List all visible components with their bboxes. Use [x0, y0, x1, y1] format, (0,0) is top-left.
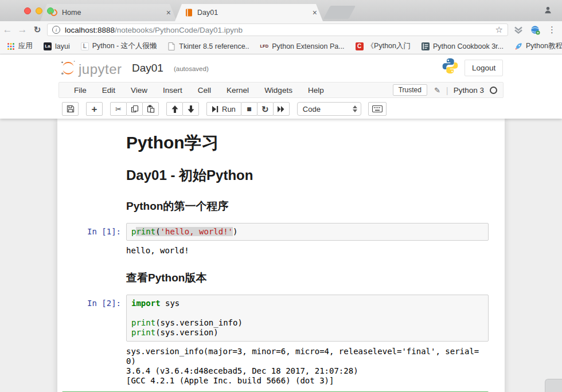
- jupyter-spinner-icon: [49, 8, 59, 18]
- cell-type-value: Code: [303, 105, 353, 113]
- arrow-up-icon: [171, 105, 178, 113]
- kernel-name: Python 3: [454, 86, 484, 95]
- input-prompt: In [1]:: [65, 223, 126, 241]
- input-prompt: In [2]:: [65, 295, 126, 342]
- page-info-icon[interactable]: i: [52, 26, 60, 34]
- select-arrows-icon: [353, 105, 357, 112]
- bookmark-python-blog[interactable]: L Python - 这个人很懒: [81, 41, 157, 51]
- tab-strip: Home × Day01 ×: [0, 0, 562, 21]
- jupyter-chrome: jupyter Day01 (autosaved) Logout File Ed…: [0, 54, 562, 119]
- bookmark-python-tutorial[interactable]: Python教程: [514, 41, 562, 51]
- save-icon: [67, 105, 75, 113]
- cut-cell-button[interactable]: ✂: [110, 102, 127, 116]
- bookmark-python-cookbook[interactable]: Python Cookbook 3r...: [422, 42, 504, 50]
- command-palette-button[interactable]: [368, 102, 387, 116]
- code-input[interactable]: print('hello, world!'): [126, 223, 489, 241]
- tab-close-icon[interactable]: ×: [166, 8, 171, 17]
- notebook-favicon-icon: [185, 9, 193, 17]
- extension-chevrons-icon[interactable]: [514, 26, 523, 34]
- run-cell-button[interactable]: Run: [206, 102, 241, 116]
- browser-toolbar: ← → ↻ i localhost:8888/notebooks/PythonC…: [0, 21, 562, 38]
- menu-view[interactable]: View: [131, 86, 147, 95]
- menu-insert[interactable]: Insert: [163, 86, 182, 95]
- reload-icon[interactable]: ↻: [30, 25, 45, 35]
- python-logo-icon: [441, 57, 459, 77]
- bookmark-tkinter[interactable]: Tkinter 8.5 reference..: [167, 42, 249, 50]
- restart-icon: ↻: [262, 105, 269, 113]
- profile-icon[interactable]: [544, 6, 552, 17]
- trusted-badge[interactable]: Trusted: [393, 84, 427, 96]
- run-label: Run: [222, 105, 236, 113]
- pencil-icon: ✎: [434, 86, 440, 95]
- restart-kernel-button[interactable]: ↻: [257, 102, 274, 116]
- notebook-title[interactable]: Day01: [132, 62, 163, 75]
- tab-home[interactable]: Home ×: [40, 4, 177, 21]
- rocket-favicon-icon: [514, 42, 522, 50]
- keyboard-icon: [372, 105, 383, 112]
- address-bar[interactable]: i localhost:8888/notebooks/PythonCode/Da…: [47, 23, 508, 36]
- apps-grid-icon: [7, 42, 15, 50]
- bookmark-label: Python Cookbook 3r...: [433, 42, 504, 50]
- markdown-h1[interactable]: Python学习: [126, 132, 489, 153]
- menu-row: File Edit View Insert Cell Kernel Widget…: [0, 81, 562, 99]
- extension-globe-icon[interactable]: [530, 25, 540, 35]
- jupyter-logo-text: jupyter: [79, 62, 122, 77]
- move-cell-down-button[interactable]: [182, 102, 199, 116]
- bookmark-apps[interactable]: 应用: [7, 41, 33, 51]
- bookmark-layui[interactable]: La layui: [44, 42, 70, 50]
- lfd-favicon-icon: LFD: [260, 42, 269, 50]
- jupyter-toolbar: + ✂: [0, 99, 562, 119]
- bookmark-python-extensions[interactable]: LFD Python Extension Pa...: [260, 42, 345, 50]
- cell-output: hello, world!: [126, 246, 489, 256]
- url-path: /notebooks/PythonCode/Day01.ipynb: [115, 26, 243, 34]
- tab-home-label: Home: [62, 9, 162, 17]
- tab-close-icon[interactable]: ×: [313, 8, 317, 17]
- minimize-window-button[interactable]: [36, 7, 42, 14]
- move-cell-up-button[interactable]: [166, 102, 183, 116]
- menu-widgets[interactable]: Widgets: [264, 86, 292, 95]
- cell-type-select[interactable]: Code: [297, 102, 361, 116]
- menu-help[interactable]: Help: [308, 86, 324, 95]
- notebook-container: Python学习 Day01 - 初始Python Python的第一个程序 I…: [57, 119, 505, 392]
- browser-window: Home × Day01 × ← → ↻ i localhost:8888/no…: [0, 0, 562, 392]
- autosave-status: (autosaved): [174, 65, 209, 72]
- scroll-corner: [545, 379, 562, 392]
- bookmark-label: layui: [55, 42, 70, 50]
- cell-output: sys.version_info(major=3, minor=6, micro…: [126, 347, 489, 386]
- save-button[interactable]: [62, 102, 79, 116]
- copy-icon: [131, 105, 139, 113]
- browser-menu-icon[interactable]: ⋮: [548, 25, 556, 35]
- bookmark-label: Python Extension Pa...: [272, 42, 344, 50]
- forward-icon[interactable]: →: [15, 24, 30, 36]
- bookmark-label: Python - 这个人很懒: [92, 41, 157, 51]
- bookmarks-bar: 应用 La layui L Python - 这个人很懒 Tkinter 8.5…: [0, 38, 562, 54]
- menu-cell[interactable]: Cell: [198, 86, 211, 95]
- restart-run-all-button[interactable]: [273, 102, 290, 116]
- letter-c-favicon-icon: C: [356, 42, 364, 50]
- menu-kernel[interactable]: Kernel: [227, 86, 249, 95]
- markdown-h3-first-program[interactable]: Python的第一个程序: [126, 199, 489, 213]
- kernel-idle-icon: [490, 87, 497, 94]
- jupyter-logo[interactable]: jupyter: [60, 59, 122, 77]
- code-cell-2: In [2]: import sys print(sys.version_inf…: [65, 295, 489, 342]
- new-tab-button[interactable]: [323, 6, 356, 19]
- interrupt-kernel-button[interactable]: ■: [241, 102, 257, 116]
- bookmark-label: 《Python入门: [367, 41, 411, 51]
- back-icon[interactable]: ←: [0, 24, 15, 36]
- markdown-h2[interactable]: Day01 - 初始Python: [126, 167, 489, 184]
- menu-edit[interactable]: Edit: [102, 86, 115, 95]
- menu-file[interactable]: File: [74, 86, 87, 95]
- bookmark-star-icon[interactable]: ☆: [495, 25, 503, 35]
- markdown-h3-version[interactable]: 查看Python版本: [126, 271, 489, 285]
- paste-cell-button[interactable]: [142, 102, 159, 116]
- code-input[interactable]: import sys print(sys.version_info)print(…: [126, 295, 489, 342]
- close-window-button[interactable]: [24, 7, 31, 14]
- copy-cell-button[interactable]: [126, 102, 143, 116]
- tab-day01[interactable]: Day01 ×: [175, 4, 323, 21]
- add-cell-button[interactable]: +: [86, 102, 103, 116]
- code-cell-1: In [1]: print('hello, world!'): [65, 223, 489, 241]
- logout-button[interactable]: Logout: [465, 60, 503, 76]
- bookmark-python-intro[interactable]: C 《Python入门: [356, 41, 411, 51]
- notebook-site: Python学习 Day01 - 初始Python Python的第一个程序 I…: [0, 119, 562, 392]
- arrow-down-icon: [188, 105, 194, 113]
